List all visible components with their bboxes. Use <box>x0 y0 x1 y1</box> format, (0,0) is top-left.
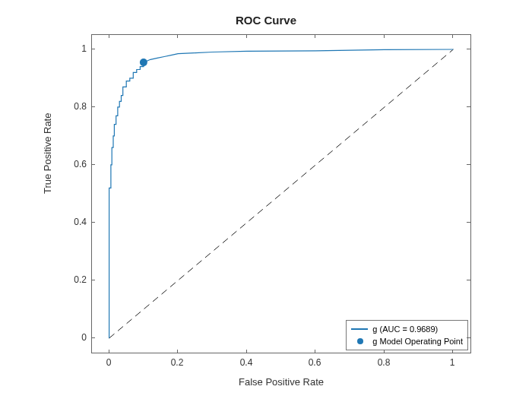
x-tick-label: 0.4 <box>231 357 261 368</box>
y-axis-label: True Positive Rate <box>42 113 53 194</box>
legend-entry-auc: g (AUC = 0.9689) <box>351 323 463 335</box>
tick-mark <box>177 34 178 38</box>
tick-mark <box>91 49 95 49</box>
tick-mark <box>91 164 95 165</box>
y-tick-label: 1 <box>56 43 87 54</box>
tick-mark <box>467 222 470 223</box>
y-tick-label: 0 <box>56 332 87 343</box>
tick-mark <box>91 337 95 338</box>
line-swatch-icon <box>351 328 368 330</box>
tick-mark <box>177 350 178 353</box>
tick-mark <box>91 106 95 107</box>
y-tick-label: 0.6 <box>56 159 87 169</box>
diagonal-reference-line <box>109 49 454 338</box>
tick-mark <box>467 106 470 107</box>
tick-mark <box>467 49 470 49</box>
tick-mark <box>91 280 95 280</box>
legend: g (AUC = 0.9689) g Model Operating Point <box>346 320 468 350</box>
tick-mark <box>315 34 315 38</box>
tick-mark <box>91 222 95 223</box>
tick-mark <box>467 280 470 280</box>
tick-mark <box>467 337 470 338</box>
legend-label: g Model Operating Point <box>372 335 463 347</box>
tick-mark <box>384 350 385 353</box>
y-tick-label: 0.2 <box>56 274 87 285</box>
plot-area: g (AUC = 0.9689) g Model Operating Point <box>91 34 471 353</box>
x-tick-label: 0.8 <box>369 357 399 368</box>
chart-title: ROC Curve <box>0 14 532 27</box>
figure: ROC Curve True Positive Rate False Posit… <box>0 0 532 399</box>
operating-point-marker <box>140 59 147 66</box>
tick-mark <box>452 350 453 353</box>
chart-svg <box>92 35 470 353</box>
tick-mark <box>246 350 247 353</box>
x-axis-label: False Positive Rate <box>91 376 471 388</box>
dot-swatch-icon <box>351 337 368 346</box>
tick-mark <box>109 350 109 353</box>
y-tick-label: 0.8 <box>56 101 87 112</box>
legend-entry-op-point: g Model Operating Point <box>351 335 463 347</box>
tick-mark <box>109 34 109 38</box>
x-tick-label: 1 <box>437 357 467 368</box>
x-tick-label: 0.6 <box>299 357 330 368</box>
x-tick-label: 0 <box>93 357 124 368</box>
tick-mark <box>246 34 247 38</box>
tick-mark <box>315 350 315 353</box>
tick-mark <box>452 34 453 38</box>
legend-label: g (AUC = 0.9689) <box>372 323 438 335</box>
y-tick-label: 0.4 <box>56 217 87 227</box>
x-tick-label: 0.2 <box>162 357 192 368</box>
tick-mark <box>384 34 385 38</box>
tick-mark <box>467 164 470 165</box>
